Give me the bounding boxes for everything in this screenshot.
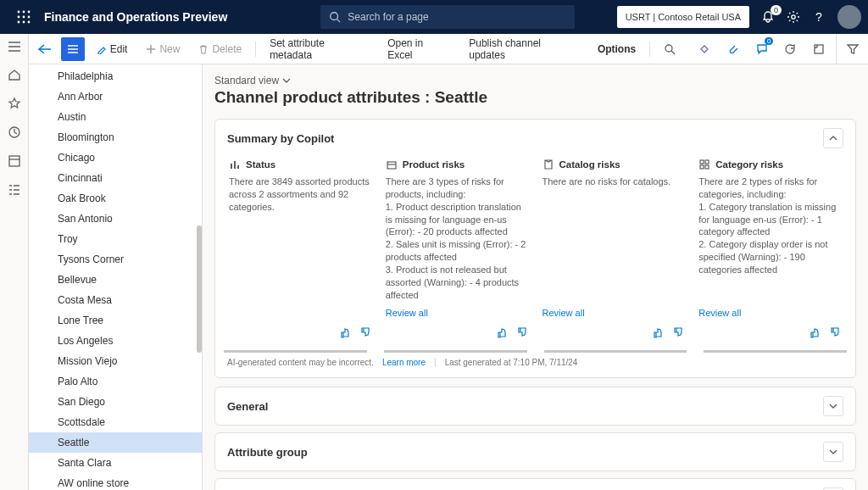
popout-icon[interactable] <box>807 37 831 61</box>
tree-item[interactable]: Cincinnati <box>29 168 202 188</box>
notification-badge: 0 <box>771 5 782 15</box>
tile-title: Catalog risks <box>559 159 620 170</box>
copilot-tile: StatusThere are 3849 assorted products a… <box>222 153 379 345</box>
thumbs-down-icon[interactable] <box>830 326 842 338</box>
thumbs-up-icon[interactable] <box>810 326 821 338</box>
help-icon[interactable]: ? <box>812 10 826 24</box>
tree-item[interactable]: Troy <box>29 229 202 249</box>
workspaces-icon[interactable] <box>8 154 21 168</box>
review-all-link[interactable]: Review all <box>542 308 686 318</box>
app-launcher-button[interactable] <box>7 0 41 34</box>
thumbs-up-icon[interactable] <box>497 326 509 338</box>
tree-item[interactable]: Philadelphia <box>29 66 202 86</box>
tree-item[interactable]: Lone Tree <box>29 310 202 331</box>
tile-title: Category risks <box>715 159 783 170</box>
svg-point-0 <box>18 11 20 14</box>
settings-icon[interactable] <box>787 10 800 24</box>
review-all-link[interactable]: Review all <box>386 308 529 318</box>
tree-item[interactable]: AW online store <box>29 473 202 490</box>
svg-rect-23 <box>705 160 709 164</box>
learn-more-link[interactable]: Learn more <box>382 358 426 367</box>
tree-item[interactable]: Bellevue <box>29 270 202 290</box>
edit-button[interactable]: Edit <box>90 40 135 58</box>
tree-item[interactable]: Palo Alto <box>29 371 202 392</box>
user-avatar[interactable] <box>837 5 861 29</box>
view-selector[interactable]: Standard view <box>214 75 856 86</box>
copilot-summary-card: Summary by Copilot StatusThere are 3849 … <box>214 119 856 378</box>
tree-item[interactable]: Oak Brook <box>29 188 202 209</box>
left-navigation-rail <box>0 34 29 490</box>
copilot-tile: Product risksThere are 3 types of risks … <box>379 153 536 345</box>
copilot-icon[interactable] <box>693 37 716 61</box>
thumbs-down-icon[interactable] <box>673 326 685 338</box>
tree-item[interactable]: Tysons Corner <box>29 249 202 270</box>
tree-item[interactable]: Los Angeles <box>29 331 202 351</box>
list-view-button[interactable] <box>61 37 85 61</box>
tile-title: Product risks <box>403 159 465 170</box>
svg-point-9 <box>331 13 338 20</box>
favorites-icon[interactable] <box>8 97 21 110</box>
tree-item[interactable]: Chicago <box>29 148 202 168</box>
thumbs-down-icon[interactable] <box>360 326 372 338</box>
filter-pane-toggle[interactable] <box>836 34 868 64</box>
main-content: Standard view Channel product attributes… <box>203 64 868 490</box>
copilot-tile: Catalog risksThere are no risks for cata… <box>536 153 693 345</box>
action-toolbar: Edit New Delete Set attribute metadata O… <box>29 34 836 64</box>
options-button[interactable]: Options <box>591 40 643 58</box>
scrollbar-thumb[interactable] <box>197 226 202 353</box>
tree-item[interactable]: Austin <box>29 107 202 127</box>
thumbs-up-icon[interactable] <box>653 326 665 338</box>
expand-button[interactable] <box>823 442 843 462</box>
tree-item[interactable]: Santa Clara <box>29 453 202 473</box>
search-icon <box>329 11 341 23</box>
thumbs-up-icon[interactable] <box>340 326 352 338</box>
attach-icon[interactable] <box>721 37 745 61</box>
delete-button[interactable]: Delete <box>192 40 248 58</box>
collapse-button[interactable] <box>823 128 843 148</box>
copilot-tile: Category risksThere are 2 types of risks… <box>692 153 849 345</box>
svg-rect-24 <box>700 165 704 169</box>
collapsed-section[interactable]: Products <box>214 478 856 490</box>
thumbs-down-icon[interactable] <box>517 326 529 338</box>
expand-button[interactable] <box>823 396 843 416</box>
tree-item[interactable]: Costa Mesa <box>29 290 202 310</box>
tree-item[interactable]: Ann Arbor <box>29 86 202 107</box>
tree-item[interactable]: San Diego <box>29 392 202 412</box>
tile-body: There are no risks for catalogs. <box>542 175 686 301</box>
tile-icon <box>386 159 398 170</box>
funnel-icon <box>846 42 860 56</box>
svg-rect-18 <box>231 164 232 169</box>
new-button[interactable]: New <box>139 40 186 58</box>
svg-rect-17 <box>815 45 823 53</box>
tree-item[interactable]: Seattle <box>29 432 202 453</box>
back-button[interactable] <box>34 40 56 58</box>
tree-item[interactable]: Mission Viejo <box>29 351 202 371</box>
section-title: Attribute group <box>227 446 823 459</box>
svg-point-8 <box>28 21 31 24</box>
notification-icon[interactable]: 0 <box>761 10 775 24</box>
pencil-icon <box>97 44 107 54</box>
search-icon <box>664 43 676 55</box>
collapsed-section[interactable]: Attribute group <box>214 432 856 471</box>
search-box[interactable]: Search for a page <box>320 5 575 29</box>
home-icon[interactable] <box>8 68 21 81</box>
tree-item[interactable]: San Antonio <box>29 209 202 229</box>
publish-channel-updates-button[interactable]: Publish channel updates <box>462 34 586 64</box>
recent-icon[interactable] <box>8 125 21 139</box>
hamburger-icon[interactable] <box>8 41 21 53</box>
open-in-excel-button[interactable]: Open in Excel <box>381 34 457 64</box>
company-picker[interactable]: USRT | Contoso Retail USA <box>617 6 749 28</box>
find-button[interactable] <box>657 40 682 58</box>
tile-icon <box>698 159 710 170</box>
page-title: Channel product attributes : Seattle <box>214 88 856 107</box>
tile-title: Status <box>246 159 275 170</box>
modules-icon[interactable] <box>8 183 21 197</box>
tree-item[interactable]: Scottsdale <box>29 412 202 432</box>
messages-icon[interactable]: 0 <box>750 37 774 61</box>
tree-item[interactable]: Bloomington <box>29 127 202 148</box>
refresh-icon[interactable] <box>778 37 802 61</box>
review-all-link[interactable]: Review all <box>698 308 842 318</box>
collapsed-section[interactable]: General <box>214 387 856 426</box>
set-attribute-metadata-button[interactable]: Set attribute metadata <box>263 34 376 64</box>
plus-icon <box>146 44 156 54</box>
